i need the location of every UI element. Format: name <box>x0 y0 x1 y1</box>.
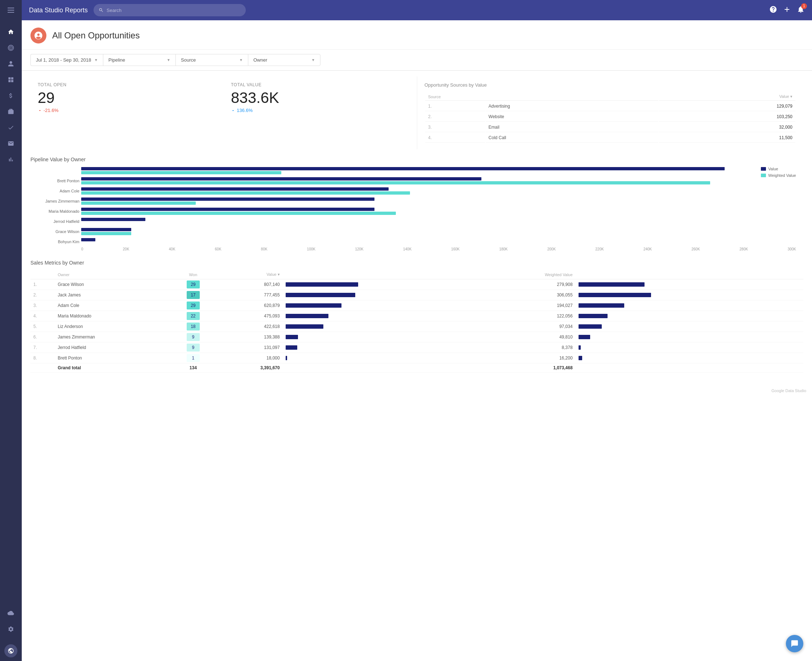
legend-swatch <box>761 174 766 177</box>
value-mini-bar <box>286 324 323 329</box>
value-bar <box>81 167 725 170</box>
chat-fab-button[interactable] <box>786 635 803 652</box>
search-input[interactable] <box>107 8 241 13</box>
total-open-value: 29 <box>38 90 216 105</box>
svg-rect-1 <box>8 10 14 11</box>
topbar-actions: 1 <box>769 5 805 15</box>
search-bar[interactable] <box>94 4 246 16</box>
value-bar <box>81 177 481 180</box>
menu-icon[interactable] <box>4 4 18 17</box>
bar-row: Brett Ponton <box>81 177 796 185</box>
filter-source[interactable]: Source ▼ <box>176 54 248 66</box>
table-row: 3. Adam Cole 29 620,879 194,027 <box>30 300 803 311</box>
table-row: 4. Cold Call 11,500 <box>425 133 795 143</box>
notification-count: 1 <box>801 3 807 9</box>
person-icon[interactable] <box>4 57 18 70</box>
weighted-bar <box>81 232 131 235</box>
cloud-icon[interactable] <box>4 607 18 620</box>
caret-icon: ▼ <box>239 58 243 62</box>
legend-swatch <box>761 167 766 171</box>
bar-row: Jerrod Hatfield <box>81 217 796 225</box>
mail-icon[interactable] <box>4 137 18 150</box>
bar-row: Adam Cole <box>81 187 796 195</box>
page-logo-icon <box>30 27 46 43</box>
total-open-card: Total Open 29 -21.6% <box>30 77 224 149</box>
filter-pipeline[interactable]: Pipeline ▼ <box>103 54 176 66</box>
search-icon <box>99 8 104 13</box>
up-arrow-icon <box>231 109 235 113</box>
caret-icon: ▼ <box>94 58 98 62</box>
help-icon[interactable] <box>769 5 777 15</box>
notification-icon[interactable]: 1 <box>797 5 805 15</box>
value-bar <box>81 218 145 221</box>
caret-icon: ▼ <box>312 58 315 62</box>
settings-icon[interactable] <box>4 623 18 635</box>
watermark: Google Data Studio <box>22 387 812 396</box>
value-bar <box>81 187 388 191</box>
home-icon[interactable] <box>4 26 18 38</box>
caret-icon: ▼ <box>167 58 170 62</box>
table-row: 8. Brett Ponton 1 18,000 16,200 <box>30 353 803 364</box>
svg-rect-2 <box>8 12 14 13</box>
total-value-label: Total Value <box>231 82 410 87</box>
bar-row: Bohyun Kim <box>81 238 796 246</box>
x-axis: 020K40K60K80K100K120K140K160K180K200K220… <box>30 247 803 251</box>
rank-col <box>30 270 55 279</box>
owner-col: Owner <box>55 270 169 279</box>
filter-owner[interactable]: Owner ▼ <box>248 54 320 66</box>
weighted-bar <box>81 181 710 184</box>
total-value-change: 136.6% <box>231 108 410 113</box>
value-bar-col <box>283 270 510 279</box>
weighted-bar <box>81 192 410 195</box>
pipeline-bar-chart: Brett Ponton Adam Cole James Zimmerman M… <box>30 167 803 246</box>
content-area: All Open Opportunities Jul 1, 2018 - Sep… <box>22 20 812 661</box>
value-col: Value ▾ <box>217 270 283 279</box>
table-row: 2. Website 103,250 <box>425 112 795 122</box>
target-icon[interactable] <box>4 41 18 54</box>
bar-chart-icon[interactable] <box>4 153 18 166</box>
value-col-header: Value ▾ <box>659 93 795 101</box>
weighted-bar <box>81 212 396 215</box>
weighted-col: Weighted Value <box>510 270 575 279</box>
value-mini-bar <box>286 293 355 297</box>
total-open-change: -21.6% <box>38 108 216 113</box>
grand-total-row: Grand total 134 3,391,670 1,073,468 <box>30 364 803 372</box>
weighted-mini-bar <box>579 293 651 297</box>
table-row: 3. Email 32,000 <box>425 123 795 132</box>
weighted-bar <box>81 171 281 174</box>
weighted-bar-col <box>575 270 803 279</box>
value-mini-bar <box>286 335 298 339</box>
sales-metrics-title: Sales Metrics by Owner <box>30 260 803 266</box>
value-mini-bar <box>286 345 297 350</box>
opp-sources-card: Opportunity Sources by Value Source Valu… <box>417 77 803 149</box>
bar-row: James Zimmerman <box>81 197 796 205</box>
opp-sources-title: Opportunity Sources by Value <box>425 82 796 88</box>
dollar-icon[interactable] <box>4 89 18 102</box>
total-value-card: Total Value 833.6K 136.6% <box>224 77 417 149</box>
stats-row: Total Open 29 -21.6% Total Value 833.6K … <box>30 77 803 149</box>
sales-metrics-section: Sales Metrics by Owner Owner Won Value ▾… <box>30 260 803 372</box>
sales-metrics-table: Owner Won Value ▾ Weighted Value 1. Grac… <box>30 270 803 372</box>
user-avatar[interactable] <box>4 644 18 657</box>
won-col: Won <box>169 270 218 279</box>
check-icon[interactable] <box>4 121 18 134</box>
weighted-mini-bar <box>579 335 590 339</box>
down-arrow-icon <box>38 109 42 113</box>
page-header: All Open Opportunities <box>22 20 812 49</box>
grid-icon[interactable] <box>4 73 18 86</box>
chat-icon <box>791 640 799 648</box>
bar-row: Grace Wilson <box>81 228 796 236</box>
topbar: Data Studio Reports 1 <box>22 0 812 20</box>
app-title: Data Studio Reports <box>29 6 88 14</box>
value-mini-bar <box>286 314 328 318</box>
table-row: 2. Jack James 17 777,455 306,055 <box>30 290 803 300</box>
weighted-mini-bar <box>579 345 581 350</box>
value-bar <box>81 238 95 241</box>
briefcase-icon[interactable] <box>4 105 18 118</box>
main-area: Data Studio Reports 1 All Open Opportun <box>22 0 812 661</box>
weighted-mini-bar <box>579 282 644 287</box>
table-row: 4. Maria Maldonado 22 475,093 122,056 <box>30 311 803 321</box>
add-icon[interactable] <box>783 5 791 15</box>
source-col-header: Source <box>425 93 658 101</box>
filter-date[interactable]: Jul 1, 2018 - Sep 30, 2018 ▼ <box>30 54 103 66</box>
